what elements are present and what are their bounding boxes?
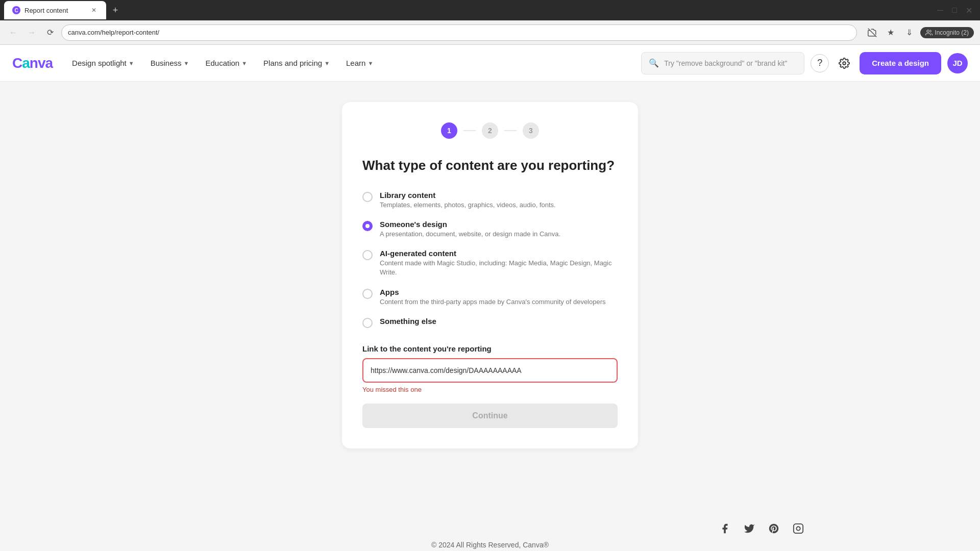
- error-message: You missed this one: [362, 386, 618, 393]
- create-design-button[interactable]: Create a design: [860, 52, 941, 74]
- radio-group: Library content Templates, elements, pho…: [362, 191, 618, 328]
- chevron-down-icon: ▼: [368, 60, 373, 66]
- close-window-button[interactable]: ✕: [962, 3, 976, 17]
- step-3: 3: [523, 122, 539, 139]
- search-bar[interactable]: 🔍 Try "remove background" or "brand kit": [641, 52, 804, 74]
- radio-library-content[interactable]: [362, 192, 373, 202]
- link-input[interactable]: [362, 358, 618, 383]
- tab-title: Report content: [24, 7, 68, 14]
- nav-design-spotlight-label: Design spotlight: [72, 59, 127, 67]
- pinterest-icon[interactable]: [766, 520, 782, 537]
- settings-button[interactable]: [835, 54, 853, 72]
- step-indicator: 1 2 3: [362, 122, 618, 139]
- radio-ai-generated[interactable]: [362, 250, 373, 260]
- form-title: What type of content are you reporting?: [362, 157, 618, 174]
- radio-ai-generated-text: AI-generated content Content made with M…: [380, 249, 618, 277]
- bookmark-button[interactable]: ★: [884, 26, 898, 40]
- browser-tab-active[interactable]: C Report content ✕: [4, 1, 106, 19]
- step-connector-2: [504, 130, 517, 131]
- address-text: canva.com/help/report-content/: [68, 29, 159, 36]
- svg-point-1: [927, 30, 929, 32]
- radio-someones-design-text: Someone's design A presentation, documen…: [380, 220, 560, 239]
- option-something-else[interactable]: Something else: [362, 317, 618, 328]
- facebook-icon[interactable]: [717, 520, 733, 537]
- option-apps[interactable]: Apps Content from the third-party apps m…: [362, 288, 618, 307]
- svg-point-2: [843, 62, 846, 65]
- footer: © 2024 All Rights Reserved, Canva® Priva…: [0, 520, 980, 551]
- option-ai-generated[interactable]: AI-generated content Content made with M…: [362, 249, 618, 277]
- step-connector-1: [463, 130, 476, 131]
- radio-apps-text: Apps Content from the third-party apps m…: [380, 288, 606, 307]
- canva-logo[interactable]: Canva: [12, 55, 53, 71]
- form-card: 1 2 3 What type of content are you repor…: [342, 102, 638, 448]
- back-button[interactable]: ←: [6, 26, 20, 40]
- nav-business-label: Business: [151, 59, 182, 67]
- nav-education-label: Education: [205, 59, 239, 67]
- new-tab-button[interactable]: +: [108, 3, 122, 17]
- nav-business[interactable]: Business ▼: [143, 55, 197, 71]
- step-2: 2: [482, 122, 498, 139]
- option-library-content[interactable]: Library content Templates, elements, pho…: [362, 191, 618, 210]
- main-navigation: Canva Design spotlight ▼ Business ▼ Educ…: [0, 45, 980, 82]
- minimize-button[interactable]: ─: [933, 3, 947, 17]
- continue-button[interactable]: Continue: [362, 404, 618, 428]
- incognito-label: Incognito (2): [935, 29, 969, 36]
- chevron-down-icon: ▼: [241, 60, 247, 66]
- radio-something-else[interactable]: [362, 318, 373, 328]
- option-someones-design[interactable]: Someone's design A presentation, documen…: [362, 220, 618, 239]
- nav-learn[interactable]: Learn ▼: [339, 55, 380, 71]
- nav-items: Design spotlight ▼ Business ▼ Education …: [65, 55, 641, 71]
- main-content: 1 2 3 What type of content are you repor…: [0, 82, 980, 520]
- radio-something-else-text: Something else: [380, 317, 436, 327]
- nav-right: 🔍 Try "remove background" or "brand kit"…: [641, 52, 968, 74]
- svg-line-0: [868, 28, 877, 37]
- download-button[interactable]: ⇓: [902, 26, 916, 40]
- chevron-down-icon: ▼: [129, 60, 134, 66]
- footer-copyright: © 2024 All Rights Reserved, Canva®: [0, 541, 980, 549]
- twitter-icon[interactable]: [741, 520, 757, 537]
- tab-favicon: C: [12, 6, 20, 14]
- chevron-down-icon: ▼: [184, 60, 189, 66]
- incognito-badge: Incognito (2): [920, 27, 974, 38]
- search-icon: 🔍: [649, 58, 659, 68]
- social-icons: [717, 520, 806, 537]
- radio-library-content-text: Library content Templates, elements, pho…: [380, 191, 556, 210]
- nav-learn-label: Learn: [346, 59, 365, 67]
- instagram-icon[interactable]: [790, 520, 806, 537]
- nav-plans-pricing[interactable]: Plans and pricing ▼: [256, 55, 337, 71]
- link-label: Link to the content you're reporting: [362, 344, 618, 353]
- nav-plans-pricing-label: Plans and pricing: [263, 59, 322, 67]
- nav-education[interactable]: Education ▼: [198, 55, 254, 71]
- reload-button[interactable]: ⟳: [43, 26, 57, 40]
- chevron-down-icon: ▼: [324, 60, 330, 66]
- radio-someones-design[interactable]: [362, 221, 373, 231]
- radio-apps[interactable]: [362, 289, 373, 299]
- address-bar[interactable]: canva.com/help/report-content/: [61, 24, 857, 41]
- nav-design-spotlight[interactable]: Design spotlight ▼: [65, 55, 141, 71]
- forward-button[interactable]: →: [24, 26, 39, 40]
- step-1: 1: [441, 122, 457, 139]
- maximize-button[interactable]: □: [947, 3, 962, 17]
- search-placeholder: Try "remove background" or "brand kit": [664, 59, 787, 67]
- svg-rect-3: [794, 524, 803, 533]
- help-button[interactable]: ?: [811, 54, 829, 72]
- tab-close-button[interactable]: ✕: [90, 6, 98, 14]
- camera-off-icon: [865, 26, 879, 40]
- link-section: Link to the content you're reporting You…: [362, 344, 618, 393]
- avatar[interactable]: JD: [947, 53, 968, 73]
